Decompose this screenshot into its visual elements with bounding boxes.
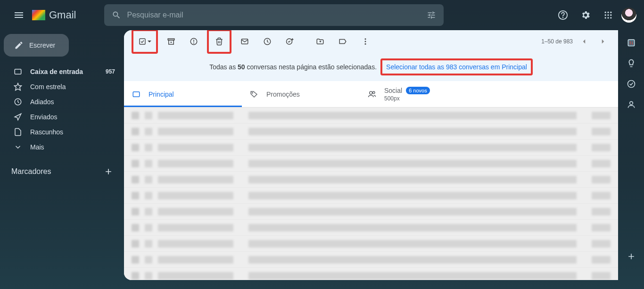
support-button[interactable] [553, 6, 572, 25]
send-icon [13, 112, 23, 122]
more-actions-button[interactable] [356, 32, 375, 51]
keep-addon-button[interactable] [627, 58, 636, 68]
svg-rect-28 [133, 91, 140, 97]
chevron-left-icon [580, 37, 588, 46]
sidebar-item-label: Com estrela [30, 83, 66, 91]
list-item[interactable] [124, 140, 618, 156]
sidebar-item-sent[interactable]: Enviados [4, 109, 121, 124]
tab-primary[interactable]: Principal [124, 81, 242, 107]
gmail-logo-text: Gmail [49, 9, 76, 21]
move-to-button[interactable] [311, 32, 330, 51]
list-item[interactable] [124, 188, 618, 204]
pagination-text: 1–50 de 983 [541, 38, 573, 45]
labels-title: Marcadores [11, 167, 51, 176]
list-item[interactable] [124, 220, 618, 236]
compose-button[interactable]: Escrever [4, 34, 69, 57]
help-icon [558, 10, 568, 20]
list-item[interactable] [124, 124, 618, 140]
label-icon [339, 37, 347, 46]
tab-promotions[interactable]: Promoções [242, 81, 360, 107]
clock-icon [263, 37, 272, 46]
list-item[interactable] [124, 172, 618, 188]
svg-point-8 [605, 17, 606, 18]
sidebar-item-more[interactable]: Mais [4, 140, 121, 155]
sidebar-item-drafts[interactable]: Rascunhos [4, 124, 121, 140]
people-icon [367, 90, 377, 99]
tab-social[interactable]: Social 6 novos 500px [360, 81, 478, 107]
svg-point-6 [607, 14, 609, 16]
svg-rect-11 [15, 69, 21, 74]
search-input[interactable] [127, 11, 427, 19]
tab-badge: 6 novos [406, 87, 430, 94]
highlight-select-all-link: Selecionar todas as 983 conversas em Pri… [380, 58, 533, 75]
list-item[interactable] [124, 107, 618, 124]
pencil-icon [14, 41, 24, 50]
sidebar: Escrever Caixa de entrada 957 Com estrel… [0, 30, 121, 181]
add-label-button[interactable] [104, 167, 113, 176]
inbox-tab-icon [132, 90, 141, 99]
sidebar-item-inbox[interactable]: Caixa de entrada 957 [4, 64, 121, 79]
svg-point-10 [610, 17, 611, 18]
select-all-conversations-link[interactable]: Selecionar todas as 983 conversas em Pri… [386, 63, 527, 71]
account-avatar[interactable] [621, 8, 636, 23]
search-bar[interactable] [104, 4, 444, 26]
labels-section-header: Marcadores [4, 162, 121, 181]
task-icon [286, 37, 294, 46]
apps-button[interactable] [599, 6, 618, 25]
svg-point-1 [563, 17, 563, 18]
chevron-right-icon [599, 37, 607, 46]
sidebar-item-count: 957 [106, 68, 115, 75]
header: Gmail [0, 0, 644, 30]
right-side-panel: 31 [619, 30, 644, 280]
list-item[interactable] [124, 156, 618, 172]
mark-unread-button[interactable] [235, 32, 254, 51]
trash-icon [215, 37, 223, 46]
more-vertical-icon [361, 37, 370, 46]
select-all-checkbox[interactable] [134, 32, 155, 51]
svg-point-26 [365, 41, 366, 42]
svg-point-34 [628, 81, 635, 88]
sidebar-item-label: Rascunhos [30, 128, 63, 136]
settings-button[interactable] [576, 6, 595, 25]
contacts-addon-button[interactable] [627, 100, 636, 109]
list-item[interactable] [124, 268, 618, 280]
svg-point-29 [252, 92, 253, 93]
svg-point-35 [630, 101, 633, 105]
svg-point-27 [365, 43, 366, 45]
svg-point-30 [370, 91, 372, 94]
gmail-logo[interactable]: Gmail [32, 9, 76, 21]
pagination: 1–50 de 983 [541, 34, 611, 49]
prev-page-button[interactable] [577, 34, 592, 49]
toolbar: 1–50 de 983 [124, 30, 618, 53]
sidebar-item-label: Enviados [30, 113, 58, 121]
svg-point-25 [365, 38, 366, 40]
list-item[interactable] [124, 252, 618, 268]
report-spam-button[interactable] [184, 32, 203, 51]
sidebar-item-snoozed[interactable]: Adiados [4, 94, 121, 109]
search-icon [112, 10, 121, 20]
archive-button[interactable] [162, 32, 181, 51]
caret-down-icon [148, 41, 151, 42]
clock-icon [13, 97, 23, 107]
category-tabs: Principal Promoções Social 6 novos 500px [124, 81, 618, 107]
search-options-button[interactable] [427, 10, 436, 20]
avatar-image [621, 8, 636, 23]
sidebar-item-starred[interactable]: Com estrela [4, 79, 121, 94]
delete-button[interactable] [210, 32, 229, 51]
add-addon-button[interactable] [627, 252, 636, 261]
chevron-down-icon [13, 142, 23, 152]
checkbox-checked-icon [138, 37, 147, 46]
list-item[interactable] [124, 204, 618, 220]
main-menu-button[interactable] [8, 4, 30, 26]
calendar-addon-button[interactable]: 31 [627, 38, 636, 47]
svg-point-5 [605, 14, 606, 16]
snooze-button[interactable] [258, 32, 277, 51]
tasks-addon-button[interactable] [627, 79, 636, 89]
labels-button[interactable] [333, 32, 352, 51]
gmail-logo-icon [32, 10, 45, 20]
next-page-button[interactable] [595, 34, 611, 49]
add-to-tasks-button[interactable] [281, 32, 299, 51]
svg-point-19 [194, 43, 194, 43]
list-item[interactable] [124, 236, 618, 252]
archive-icon [167, 37, 175, 46]
